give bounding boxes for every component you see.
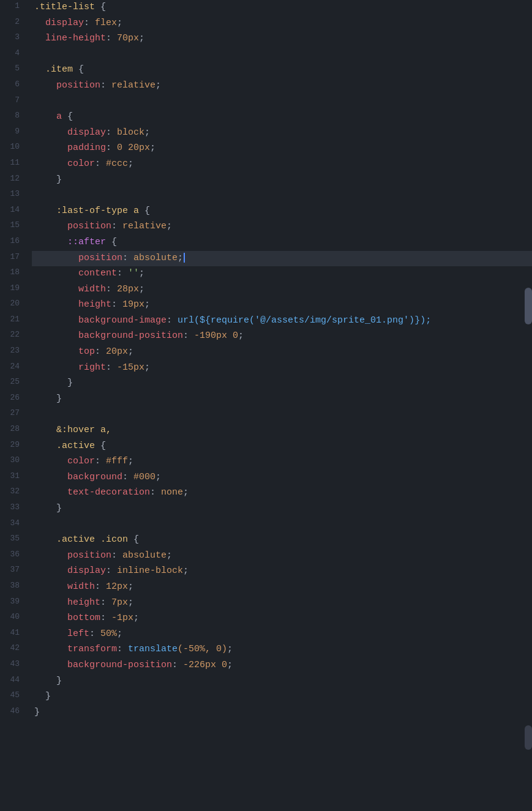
code-line: .title-list { [32,0,532,16]
token-c-property: display [34,18,84,28]
token-c-colon: : [172,660,183,670]
scrollbar-vertical-top[interactable] [525,288,532,324]
code-content[interactable]: .title-list { display: flex; line-height… [24,0,532,811]
token-c-colon: : [89,629,100,639]
token-c-colon: : [100,597,111,608]
token-c-property: left [34,629,89,639]
token-c-property: bottom [34,613,100,623]
token-c-property: background-position [34,660,172,670]
token-c-number: absolute [122,550,167,561]
token-c-brace: } [34,707,40,717]
token-c-punct: ; [117,629,122,639]
line-number: 23 [0,345,20,361]
line-number: 43 [0,658,20,674]
token-c-pseudo: ::after [67,237,111,247]
token-c-colon: : [117,268,128,278]
token-c-url: translate [128,644,178,654]
token-c-brace: } [34,394,62,404]
token-c-brace: } [34,503,62,514]
code-line: } [32,501,532,517]
line-number: 6 [0,78,20,94]
token-c-number: 50% [100,629,117,639]
token-c-selector: .active .icon [34,534,133,545]
token-c-number: (-50%, 0) [178,644,227,654]
token-c-colon: : [150,487,161,498]
token-c-property: width [34,581,95,592]
code-line: height: 19px; [32,297,532,313]
token-c-property: color [34,456,95,466]
token-c-colon: : [106,143,117,153]
code-line: color: #ccc; [32,157,532,173]
token-c-number: -190px 0 [194,331,238,341]
token-c-number: -15px [117,362,144,373]
token-c-brace: } [34,174,62,185]
token-c-colon: : [167,315,178,326]
line-number: 15 [0,219,20,235]
scrollbar-vertical-bottom[interactable] [525,725,532,750]
line-number: 20 [0,297,20,313]
code-line: height: 7px; [32,596,532,611]
token-c-punct: ; [128,346,133,357]
token-c-punct: ; [128,456,133,466]
code-line: } [32,173,532,189]
token-c-colon: : [183,331,194,341]
token-c-colon: : [100,80,111,91]
token-c-punct: ; [128,597,133,608]
token-c-property: height [34,299,111,310]
token-c-punct: ; [155,472,161,482]
token-c-punct: ; [144,362,150,373]
token-c-brace: { [133,534,139,545]
line-number: 37 [0,564,20,580]
code-line: display: block; [32,125,532,141]
line-number: 26 [0,392,20,408]
code-line: &:hover a, [32,423,532,439]
token-c-colon: : [122,253,133,263]
token-c-hash-val: #fff [106,456,128,466]
token-c-hash-val: #ccc [106,159,128,169]
token-c-property: background-image [34,315,167,326]
token-c-selector: .title-list [34,2,100,12]
code-line [32,517,532,533]
code-line: background-position: -226px 0; [32,658,532,674]
code-line: width: 12px; [32,580,532,596]
code-line: position: absolute; [32,548,532,564]
token-c-punct: ; [183,487,189,498]
token-c-property: width [34,284,106,294]
line-number: 34 [0,517,20,533]
token-c-property: content [78,268,117,278]
code-line [32,188,532,204]
token-c-number: 7px [111,597,128,608]
code-line: line-height: 70px; [32,31,532,47]
line-number: 39 [0,596,20,611]
token-c-colon: : [111,221,122,231]
token-c-property: position [34,253,122,263]
line-number: 32 [0,485,20,501]
code-line: color: #fff; [32,454,532,470]
token-c-colon: : [106,284,117,294]
code-line: } [32,376,532,392]
line-number: 31 [0,470,20,486]
line-number: 10 [0,141,20,157]
token-c-brace: { [78,64,84,75]
token-c-property: line-height [34,33,106,43]
token-c-property: right [34,362,106,373]
code-line: .item { [32,62,532,78]
code-line: ::after { [32,235,532,251]
token-c-punct: ; [178,253,183,263]
token-c-selector: :last-of-type a [34,206,144,216]
line-number: 27 [0,407,20,423]
token-c-punct: ; [227,644,233,654]
code-line: } [32,689,532,705]
token-c-property: background-position [34,331,183,341]
token-c-punct: ; [227,660,233,670]
line-number: 8 [0,110,20,125]
line-numbers: 1234567891011121314151617181920212223242… [0,0,24,811]
token-c-punct: ; [155,80,161,91]
code-line: text-decoration: none; [32,485,532,501]
code-line: a { [32,110,532,125]
code-line: position: relative; [32,78,532,94]
line-number: 28 [0,423,20,439]
token-c-punct: ; [144,127,150,138]
line-number: 9 [0,125,20,141]
token-c-number: relative [111,80,155,91]
